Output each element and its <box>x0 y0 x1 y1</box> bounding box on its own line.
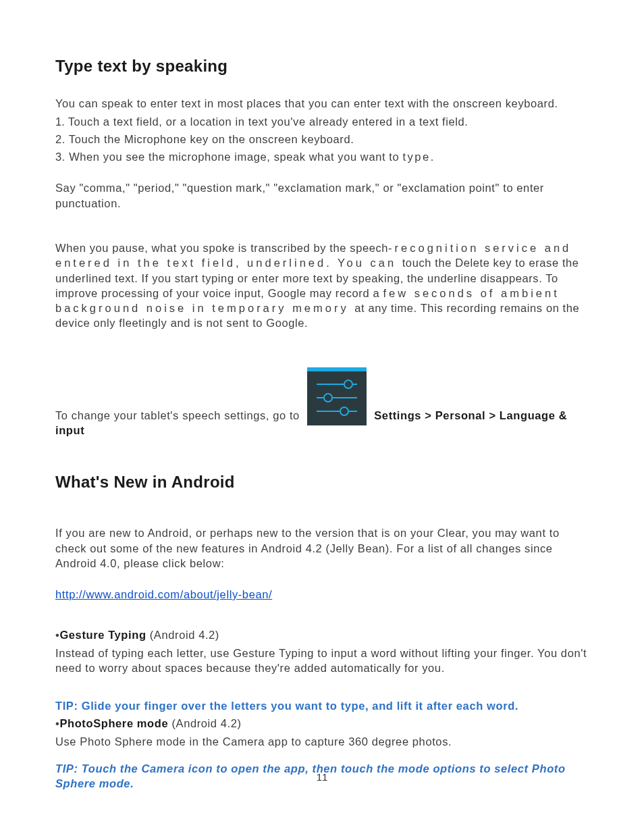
feature-photosphere: •PhotoSphere mode (Android 4.2) Use Phot… <box>55 716 589 749</box>
step-3b: type. <box>402 151 435 163</box>
feature-gesture-typing: •Gesture Typing (Android 4.2) Instead of… <box>55 627 589 675</box>
intro-text: You can speak to enter text in most plac… <box>55 96 589 111</box>
transcribe-text: When you pause, what you spoke is transc… <box>55 240 589 331</box>
document-page: Type text by speaking You can speak to e… <box>0 0 644 791</box>
step-3a: 3. When you see the microphone image, sp… <box>55 151 402 163</box>
step-1-prefix: 1. <box>55 115 65 128</box>
step-2: 2. Touch the Microphone key on the onscr… <box>55 132 589 147</box>
feature-2-header: •PhotoSphere mode (Android 4.2) <box>55 716 589 731</box>
heading-type-text-by-speaking: Type text by speaking <box>55 55 589 77</box>
feature-1-body: Instead of typing each letter, use Gestu… <box>55 646 589 676</box>
tip-gesture-typing: TIP: Glide your finger over the letters … <box>55 698 589 713</box>
feature-1-version: (Android 4.2) <box>146 629 219 641</box>
step-1: 1. Touch a text field, or a location in … <box>55 114 589 129</box>
feature-1-title: Gesture Typing <box>59 629 146 641</box>
settings-sliders-icon <box>307 367 367 425</box>
whats-new-intro: If you are new to Android, or perhaps ne… <box>55 525 589 571</box>
settings-line: To change your tablet's speech settings,… <box>55 367 589 438</box>
punctuation-text: Say "comma," "period," "question mark," … <box>55 180 589 211</box>
feature-2-version: (Android 4.2) <box>168 717 241 729</box>
heading-whats-new: What's New in Android <box>55 471 589 493</box>
transcribe-a: When you pause, what you spoke is transc… <box>55 242 388 254</box>
step-3: 3. When you see the microphone image, sp… <box>55 149 589 164</box>
whats-new-intro-text: If you are new to Android, or perhaps ne… <box>55 525 589 571</box>
intro-block: You can speak to enter text in most plac… <box>55 96 589 164</box>
transcribe-block: When you pause, what you spoke is transc… <box>55 240 589 331</box>
feature-2-title: PhotoSphere mode <box>59 717 168 729</box>
page-number: 11 <box>0 771 644 783</box>
jelly-bean-link[interactable]: http://www.android.com/about/jelly-bean/ <box>55 588 272 600</box>
feature-2-body: Use Photo Sphere mode in the Camera app … <box>55 734 589 749</box>
feature-1-header: •Gesture Typing (Android 4.2) <box>55 627 589 642</box>
punctuation-block: Say "comma," "period," "question mark," … <box>55 180 589 211</box>
step-1-text: Touch a text field, or a location in tex… <box>68 115 468 128</box>
settings-before: To change your tablet's speech settings,… <box>55 409 303 421</box>
